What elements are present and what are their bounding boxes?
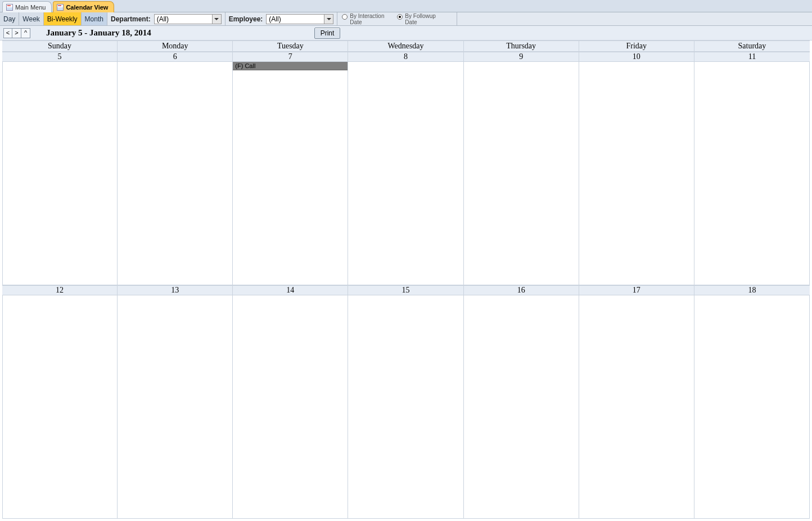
radio-by-interaction-date[interactable]: By Interaction Date [342,13,389,25]
day-cell[interactable] [118,62,233,285]
date-number[interactable]: 8 [348,52,463,61]
date-number[interactable]: 11 [694,52,810,61]
days-of-week-header: Sunday Monday Tuesday Wednesday Thursday… [2,41,810,52]
form-icon [6,4,13,11]
date-number[interactable]: 13 [118,286,233,295]
day-cell[interactable] [579,62,694,285]
day-cell[interactable] [233,295,348,519]
department-combobox[interactable]: (All) [154,14,222,24]
day-cell[interactable] [579,295,694,519]
day-cell[interactable] [464,62,579,285]
employee-combobox[interactable]: (All) [266,14,333,24]
dow-monday: Monday [118,41,233,51]
day-cells-row: (F) Call [2,62,810,285]
date-number[interactable]: 14 [233,286,348,295]
day-cell[interactable] [694,62,810,285]
chevron-down-icon [212,15,221,24]
radio-by-followup-date[interactable]: By Followup Date [397,13,444,25]
date-number[interactable]: 17 [579,286,694,295]
date-number-row: 5 6 7 8 9 10 11 [2,52,810,62]
view-month-button[interactable]: Month [82,12,107,25]
radio-label: By Followup Date [405,13,444,25]
employee-filter: Employee: (All) [225,12,338,25]
day-cell[interactable] [464,295,579,519]
nav-row: < > ^ January 5 - January 18, 2014 Print [0,26,812,41]
view-week-button[interactable]: Week [19,12,43,25]
date-number-row: 12 13 14 15 16 17 18 [2,285,810,295]
date-number[interactable]: 15 [348,286,463,295]
toolbar-spacer [457,12,812,25]
document-tabs-bar: Main Menu Calendar View [0,0,812,12]
date-mode-radios: By Interaction Date By Followup Date [337,12,457,25]
dow-wednesday: Wednesday [348,41,463,51]
radio-label: By Interaction Date [350,13,389,25]
week-row: 5 6 7 8 9 10 11 (F) Call [2,52,810,285]
date-number[interactable]: 16 [464,286,579,295]
day-cells-row [2,295,810,519]
date-number[interactable]: 12 [2,286,118,295]
next-button[interactable]: > [12,28,21,38]
day-cell[interactable] [118,295,233,519]
department-value: (All) [155,15,212,24]
calendar-event[interactable]: (F) Call [233,62,348,70]
view-toolbar: Day Week Bi-Weekly Month Department: (Al… [0,12,812,26]
calendar-grid: 5 6 7 8 9 10 11 (F) Call [2,52,810,519]
up-button[interactable]: ^ [21,28,30,38]
dow-tuesday: Tuesday [233,41,348,51]
day-cell[interactable] [2,295,118,519]
tab-calendar-view[interactable]: Calendar View [53,1,114,12]
department-label: Department: [111,15,151,23]
form-icon [57,4,64,11]
radio-icon [342,14,348,20]
dow-thursday: Thursday [464,41,579,51]
day-cell[interactable]: (F) Call [233,62,348,285]
day-cell[interactable] [2,62,118,285]
employee-value: (All) [267,15,324,24]
date-number[interactable]: 10 [579,52,694,61]
radio-icon [397,14,403,20]
dow-sunday: Sunday [2,41,118,51]
calendar-app: Main Menu Calendar View Day Week Bi-Week… [0,0,812,521]
date-number[interactable]: 18 [694,286,810,295]
view-day-button[interactable]: Day [0,12,19,25]
print-button[interactable]: Print [314,28,341,39]
chevron-down-icon [324,15,333,24]
date-number[interactable]: 7 [233,52,348,61]
dow-friday: Friday [579,41,694,51]
view-biweekly-button[interactable]: Bi-Weekly [44,12,82,25]
day-cell[interactable] [348,295,463,519]
week-row: 12 13 14 15 16 17 18 [2,285,810,519]
date-range-label: January 5 - January 18, 2014 [46,28,151,38]
department-filter: Department: (All) [107,12,225,25]
dow-saturday: Saturday [694,41,810,51]
tab-label: Main Menu [15,4,46,11]
tab-label: Calendar View [66,4,108,11]
tab-main-menu[interactable]: Main Menu [2,1,52,12]
date-number[interactable]: 9 [464,52,579,61]
day-cell[interactable] [694,295,810,519]
prev-button[interactable]: < [3,28,12,38]
date-number[interactable]: 6 [118,52,233,61]
date-number[interactable]: 5 [2,52,118,61]
employee-label: Employee: [229,15,263,23]
day-cell[interactable] [348,62,463,285]
